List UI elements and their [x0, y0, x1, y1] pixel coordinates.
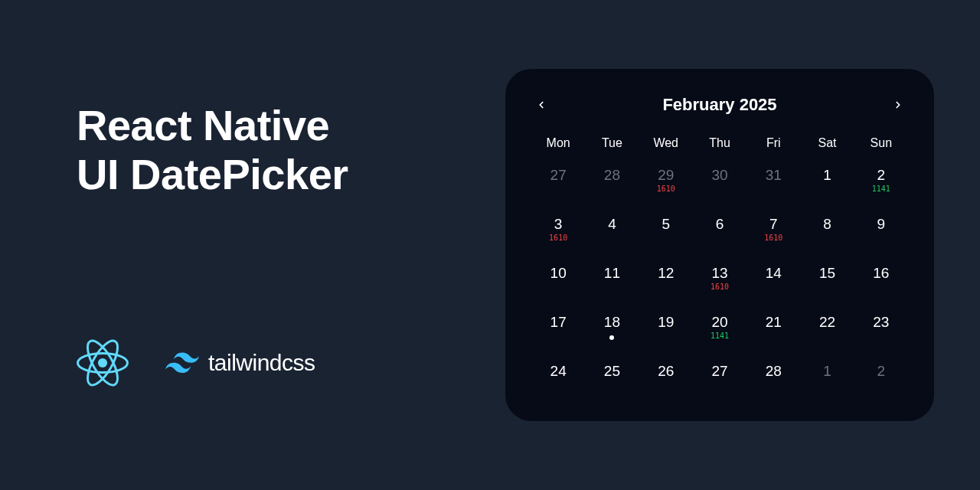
- day-number: 17: [550, 314, 567, 331]
- tailwind-logo: tailwindcss: [165, 350, 315, 376]
- weekday-label: Sat: [800, 136, 854, 155]
- day-number: 11: [604, 265, 620, 282]
- weekday-label: Tue: [585, 136, 639, 155]
- day-badge: 1610: [657, 185, 675, 193]
- datepicker: February 2025 MonTueWedThuFriSatSun27282…: [505, 69, 934, 421]
- weekday-label: Sun: [854, 136, 908, 155]
- month-year-label[interactable]: February 2025: [662, 95, 776, 115]
- day-cell[interactable]: 131610: [693, 265, 746, 302]
- day-cell[interactable]: 25: [585, 363, 639, 400]
- day-cell[interactable]: 16: [854, 265, 908, 302]
- weekday-label: Mon: [531, 136, 585, 155]
- day-badge: 1141: [872, 185, 890, 193]
- day-cell[interactable]: 28: [746, 363, 800, 400]
- today-dot-icon: [609, 335, 614, 340]
- day-number: 26: [658, 363, 674, 380]
- day-cell[interactable]: 8: [800, 216, 854, 253]
- day-number: 8: [823, 216, 831, 233]
- day-number: 23: [873, 314, 889, 331]
- next-month-button[interactable]: [888, 95, 908, 115]
- chevron-right-icon: [893, 100, 903, 110]
- calendar-header: February 2025: [531, 95, 908, 115]
- day-number: 29: [658, 167, 674, 184]
- day-cell[interactable]: 27: [531, 167, 585, 204]
- prev-month-button[interactable]: [531, 95, 551, 115]
- day-cell[interactable]: 6: [693, 216, 746, 253]
- day-cell[interactable]: 28: [585, 167, 639, 204]
- day-cell[interactable]: 2: [854, 363, 908, 400]
- day-number: 16: [873, 265, 889, 282]
- day-number: 12: [658, 265, 674, 282]
- day-number: 3: [554, 216, 563, 233]
- day-cell[interactable]: 1: [800, 363, 854, 400]
- day-badge: 1610: [764, 234, 782, 242]
- day-cell[interactable]: 22: [800, 314, 854, 351]
- day-number: 1: [823, 167, 831, 184]
- day-cell[interactable]: 11: [585, 265, 639, 302]
- day-number: 2: [877, 363, 886, 380]
- day-number: 25: [604, 363, 620, 380]
- day-cell[interactable]: 12: [639, 265, 693, 302]
- day-cell[interactable]: 9: [854, 216, 908, 253]
- day-number: 2: [877, 167, 886, 184]
- day-cell[interactable]: 27: [693, 363, 746, 400]
- day-cell[interactable]: 23: [854, 314, 908, 351]
- weekday-label: Fri: [746, 136, 800, 155]
- tailwind-label: tailwindcss: [208, 350, 315, 376]
- day-cell[interactable]: 18: [585, 314, 639, 351]
- day-number: 14: [766, 265, 782, 282]
- day-number: 13: [711, 265, 727, 282]
- day-number: 21: [766, 314, 782, 331]
- hero-title-line2: UI DatePicker: [77, 150, 348, 198]
- tailwind-icon: [165, 352, 199, 374]
- day-number: 28: [604, 167, 620, 184]
- day-cell[interactable]: 14: [746, 265, 800, 302]
- chevron-left-icon: [536, 100, 547, 110]
- day-number: 1: [823, 363, 831, 380]
- day-cell[interactable]: 71610: [746, 216, 800, 253]
- day-cell[interactable]: 10: [531, 265, 585, 302]
- day-number: 7: [769, 216, 778, 233]
- day-badge: 1610: [710, 283, 729, 291]
- day-cell[interactable]: 21141: [854, 167, 908, 204]
- day-number: 5: [662, 216, 670, 233]
- day-badge: 1141: [710, 332, 729, 340]
- day-number: 9: [877, 216, 886, 233]
- day-number: 15: [819, 265, 835, 282]
- calendar-grid: MonTueWedThuFriSatSun2728291610303112114…: [531, 136, 908, 400]
- day-cell[interactable]: 1: [800, 167, 854, 204]
- day-cell[interactable]: 19: [639, 314, 693, 351]
- day-cell[interactable]: 5: [639, 216, 693, 253]
- day-cell[interactable]: 30: [693, 167, 746, 204]
- svg-point-0: [98, 358, 107, 368]
- day-number: 4: [608, 216, 616, 233]
- day-cell[interactable]: 201141: [693, 314, 746, 351]
- day-badge: 1610: [549, 234, 567, 242]
- day-cell[interactable]: 15: [800, 265, 854, 302]
- day-cell[interactable]: 4: [585, 216, 639, 253]
- day-number: 30: [711, 167, 727, 184]
- day-cell[interactable]: 24: [531, 363, 585, 400]
- hero-title: React Native UI DatePicker: [77, 101, 459, 200]
- hero-title-line1: React Native: [77, 101, 329, 149]
- day-number: 18: [604, 314, 620, 331]
- day-number: 27: [711, 363, 727, 380]
- day-number: 24: [550, 363, 567, 380]
- react-icon: [77, 337, 129, 389]
- weekday-label: Wed: [639, 136, 693, 155]
- day-number: 6: [716, 216, 724, 233]
- day-number: 27: [550, 167, 567, 184]
- day-cell[interactable]: 31610: [531, 216, 585, 253]
- day-number: 19: [658, 314, 674, 331]
- day-cell[interactable]: 26: [639, 363, 693, 400]
- day-cell[interactable]: 291610: [639, 167, 693, 204]
- day-number: 22: [819, 314, 835, 331]
- day-cell[interactable]: 31: [746, 167, 800, 204]
- logos-row: tailwindcss: [77, 337, 459, 389]
- day-cell[interactable]: 17: [531, 314, 585, 351]
- weekday-label: Thu: [693, 136, 746, 155]
- day-number: 31: [766, 167, 782, 184]
- day-cell[interactable]: 21: [746, 314, 800, 351]
- day-number: 28: [766, 363, 782, 380]
- day-number: 20: [711, 314, 727, 331]
